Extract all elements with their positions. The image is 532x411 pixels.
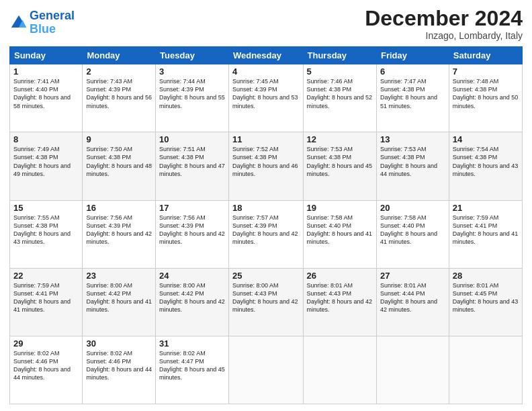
page: General Blue December 2024 Inzago, Lomba…	[0, 0, 532, 411]
day-number: 1	[13, 66, 79, 77]
day-cell-5: 5 Sunrise: 7:46 AM Sunset: 4:38 PM Dayli…	[303, 64, 376, 132]
day-cell-19: 19 Sunrise: 7:58 AM Sunset: 4:40 PM Dayl…	[303, 200, 376, 268]
day-info: Sunrise: 7:59 AM Sunset: 4:41 PM Dayligh…	[13, 281, 79, 314]
day-number: 24	[159, 271, 225, 281]
col-tuesday: Tuesday	[156, 47, 229, 64]
empty-cell	[376, 336, 449, 404]
day-number: 21	[453, 203, 519, 213]
day-info: Sunrise: 8:00 AM Sunset: 4:42 PM Dayligh…	[159, 281, 225, 314]
day-info: Sunrise: 7:55 AM Sunset: 4:38 PM Dayligh…	[13, 214, 79, 246]
day-info: Sunrise: 8:02 AM Sunset: 4:47 PM Dayligh…	[159, 349, 225, 382]
calendar-row: 1 Sunrise: 7:41 AM Sunset: 4:40 PM Dayli…	[10, 64, 523, 132]
day-cell-20: 20 Sunrise: 7:58 AM Sunset: 4:40 PM Dayl…	[376, 200, 449, 268]
day-cell-28: 28 Sunrise: 8:01 AM Sunset: 4:45 PM Dayl…	[449, 268, 522, 336]
day-cell-9: 9 Sunrise: 7:50 AM Sunset: 4:38 PM Dayli…	[83, 132, 156, 200]
day-info: Sunrise: 7:41 AM Sunset: 4:40 PM Dayligh…	[13, 77, 79, 110]
day-info: Sunrise: 7:57 AM Sunset: 4:39 PM Dayligh…	[232, 214, 300, 246]
location-subtitle: Inzago, Lombardy, Italy	[365, 30, 523, 41]
day-number: 6	[380, 66, 445, 77]
calendar-table: Sunday Monday Tuesday Wednesday Thursday…	[9, 46, 523, 404]
day-number: 26	[307, 271, 373, 281]
day-cell-27: 27 Sunrise: 8:01 AM Sunset: 4:44 PM Dayl…	[376, 268, 449, 336]
day-info: Sunrise: 7:49 AM Sunset: 4:38 PM Dayligh…	[13, 145, 79, 178]
day-info: Sunrise: 8:00 AM Sunset: 4:43 PM Dayligh…	[232, 281, 300, 314]
day-info: Sunrise: 7:44 AM Sunset: 4:39 PM Dayligh…	[159, 77, 225, 110]
day-info: Sunrise: 8:01 AM Sunset: 4:44 PM Dayligh…	[380, 281, 445, 314]
day-number: 15	[13, 203, 79, 213]
day-number: 5	[307, 66, 373, 77]
day-number: 28	[453, 271, 519, 281]
calendar-row: 22 Sunrise: 7:59 AM Sunset: 4:41 PM Dayl…	[10, 268, 523, 336]
day-cell-8: 8 Sunrise: 7:49 AM Sunset: 4:38 PM Dayli…	[10, 132, 83, 200]
day-number: 23	[86, 271, 152, 281]
day-cell-3: 3 Sunrise: 7:44 AM Sunset: 4:39 PM Dayli…	[156, 64, 229, 132]
day-info: Sunrise: 8:02 AM Sunset: 4:46 PM Dayligh…	[13, 349, 79, 382]
day-cell-14: 14 Sunrise: 7:54 AM Sunset: 4:38 PM Dayl…	[449, 132, 522, 200]
day-number: 9	[86, 134, 152, 144]
day-info: Sunrise: 8:00 AM Sunset: 4:42 PM Dayligh…	[86, 281, 152, 314]
day-info: Sunrise: 8:01 AM Sunset: 4:45 PM Dayligh…	[453, 281, 519, 314]
calendar-row: 29 Sunrise: 8:02 AM Sunset: 4:46 PM Dayl…	[10, 336, 523, 404]
day-cell-25: 25 Sunrise: 8:00 AM Sunset: 4:43 PM Dayl…	[228, 268, 303, 336]
day-cell-24: 24 Sunrise: 8:00 AM Sunset: 4:42 PM Dayl…	[156, 268, 229, 336]
day-cell-1: 1 Sunrise: 7:41 AM Sunset: 4:40 PM Dayli…	[10, 64, 83, 132]
day-number: 2	[86, 66, 152, 77]
col-thursday: Thursday	[303, 47, 376, 64]
day-number: 27	[380, 271, 445, 281]
day-number: 4	[232, 66, 300, 77]
day-cell-2: 2 Sunrise: 7:43 AM Sunset: 4:39 PM Dayli…	[83, 64, 156, 132]
day-number: 20	[380, 203, 445, 213]
day-cell-17: 17 Sunrise: 7:56 AM Sunset: 4:39 PM Dayl…	[156, 200, 229, 268]
header: General Blue December 2024 Inzago, Lomba…	[9, 7, 523, 41]
day-cell-16: 16 Sunrise: 7:56 AM Sunset: 4:39 PM Dayl…	[83, 200, 156, 268]
day-info: Sunrise: 7:53 AM Sunset: 4:38 PM Dayligh…	[307, 145, 373, 178]
title-block: December 2024 Inzago, Lombardy, Italy	[365, 7, 523, 41]
day-number: 3	[159, 66, 225, 77]
day-number: 29	[13, 338, 79, 349]
day-number: 25	[232, 271, 300, 281]
day-number: 30	[86, 338, 152, 349]
day-info: Sunrise: 7:46 AM Sunset: 4:38 PM Dayligh…	[307, 77, 373, 110]
logo-text-line2: Blue	[30, 23, 75, 36]
day-number: 16	[86, 203, 152, 213]
day-number: 22	[13, 271, 79, 281]
day-info: Sunrise: 7:58 AM Sunset: 4:40 PM Dayligh…	[380, 214, 445, 246]
day-cell-29: 29 Sunrise: 8:02 AM Sunset: 4:46 PM Dayl…	[10, 336, 83, 404]
month-title: December 2024	[365, 7, 523, 30]
day-cell-18: 18 Sunrise: 7:57 AM Sunset: 4:39 PM Dayl…	[228, 200, 303, 268]
empty-cell	[449, 336, 522, 404]
day-number: 14	[453, 134, 519, 144]
day-info: Sunrise: 7:56 AM Sunset: 4:39 PM Dayligh…	[159, 214, 225, 246]
calendar-row: 8 Sunrise: 7:49 AM Sunset: 4:38 PM Dayli…	[10, 132, 523, 200]
day-number: 7	[453, 66, 519, 77]
day-info: Sunrise: 7:47 AM Sunset: 4:38 PM Dayligh…	[380, 77, 445, 110]
day-info: Sunrise: 8:01 AM Sunset: 4:43 PM Dayligh…	[307, 281, 373, 314]
day-number: 12	[307, 134, 373, 144]
day-info: Sunrise: 7:48 AM Sunset: 4:38 PM Dayligh…	[453, 77, 519, 110]
day-info: Sunrise: 7:43 AM Sunset: 4:39 PM Dayligh…	[86, 77, 152, 110]
col-saturday: Saturday	[449, 47, 522, 64]
day-info: Sunrise: 7:50 AM Sunset: 4:38 PM Dayligh…	[86, 145, 152, 178]
day-number: 8	[13, 134, 79, 144]
day-number: 17	[159, 203, 225, 213]
day-cell-6: 6 Sunrise: 7:47 AM Sunset: 4:38 PM Dayli…	[376, 64, 449, 132]
day-cell-21: 21 Sunrise: 7:59 AM Sunset: 4:41 PM Dayl…	[449, 200, 522, 268]
day-cell-12: 12 Sunrise: 7:53 AM Sunset: 4:38 PM Dayl…	[303, 132, 376, 200]
day-info: Sunrise: 7:59 AM Sunset: 4:41 PM Dayligh…	[453, 214, 519, 246]
logo-text-line1: General	[30, 9, 75, 23]
day-cell-4: 4 Sunrise: 7:45 AM Sunset: 4:39 PM Dayli…	[228, 64, 303, 132]
day-number: 19	[307, 203, 373, 213]
day-number: 10	[159, 134, 225, 144]
day-number: 31	[159, 338, 225, 349]
day-number: 11	[232, 134, 300, 144]
day-cell-7: 7 Sunrise: 7:48 AM Sunset: 4:38 PM Dayli…	[449, 64, 522, 132]
day-cell-30: 30 Sunrise: 8:02 AM Sunset: 4:46 PM Dayl…	[83, 336, 156, 404]
day-info: Sunrise: 8:02 AM Sunset: 4:46 PM Dayligh…	[86, 349, 152, 382]
col-sunday: Sunday	[10, 47, 83, 64]
day-cell-31: 31 Sunrise: 8:02 AM Sunset: 4:47 PM Dayl…	[156, 336, 229, 404]
day-cell-26: 26 Sunrise: 8:01 AM Sunset: 4:43 PM Dayl…	[303, 268, 376, 336]
day-info: Sunrise: 7:54 AM Sunset: 4:38 PM Dayligh…	[453, 145, 519, 178]
day-info: Sunrise: 7:58 AM Sunset: 4:40 PM Dayligh…	[307, 214, 373, 246]
empty-cell	[228, 336, 303, 404]
logo: General Blue	[9, 9, 75, 36]
